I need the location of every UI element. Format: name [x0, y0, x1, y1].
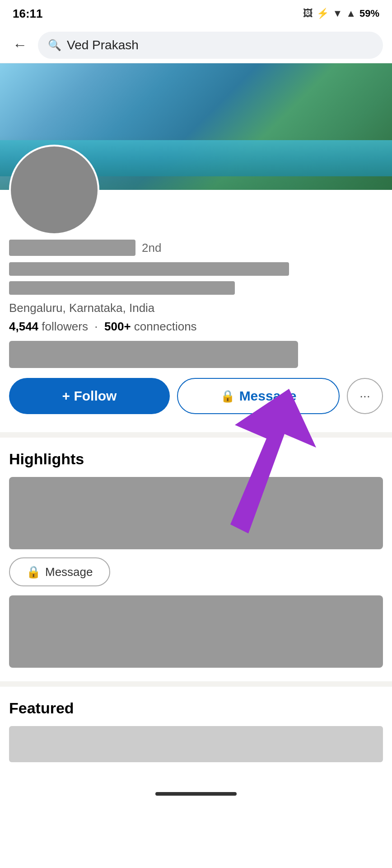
- featured-post-placeholder: [9, 726, 383, 762]
- message-lock-icon: 🔒: [220, 389, 235, 403]
- search-icon: 🔍: [48, 39, 61, 52]
- battery-indicator: 59%: [359, 8, 379, 19]
- message-small-button[interactable]: 🔒 Message: [9, 557, 110, 586]
- photo-icon: 🖼: [303, 8, 313, 19]
- message-button-label: Message: [239, 388, 297, 404]
- highlights-section: Highlights 🔒 Message: [0, 438, 392, 681]
- bluetooth-icon: ⚡: [317, 8, 329, 19]
- connections-label: connections: [134, 320, 197, 333]
- bottom-nav: [0, 780, 392, 807]
- name-placeholder: [9, 240, 135, 256]
- avatar: [9, 145, 99, 235]
- search-input-wrapper[interactable]: 🔍 Ved Prakash: [38, 32, 383, 59]
- followers-count: 4,544: [9, 320, 38, 333]
- section-divider-1: [0, 432, 392, 438]
- headline-placeholder-1: [9, 262, 289, 276]
- status-icons: 🖼 ⚡ ▼ ▲ 59%: [303, 8, 379, 19]
- follow-button[interactable]: + Follow: [9, 378, 170, 414]
- highlights-title: Highlights: [9, 450, 383, 468]
- profile-section: 2nd Bengaluru, Karnataka, India 4,544 fo…: [0, 190, 392, 432]
- highlight-card-2: [9, 595, 383, 668]
- highlight-card-1: [9, 477, 383, 549]
- avatar-container: [9, 145, 99, 235]
- location: Bengaluru, Karnataka, India: [9, 301, 383, 315]
- search-bar: ← 🔍 Ved Prakash: [0, 27, 392, 63]
- name-row: 2nd: [9, 240, 383, 256]
- more-options-button[interactable]: ···: [347, 378, 383, 414]
- home-indicator: [155, 792, 237, 796]
- search-query: Ved Prakash: [67, 38, 139, 52]
- featured-section: Featured: [0, 687, 392, 771]
- message-button[interactable]: 🔒 Message: [177, 378, 340, 414]
- status-time: 16:11: [13, 7, 43, 21]
- section-divider-2: [0, 681, 392, 687]
- followers-info: 4,544 followers · 500+ connections: [9, 320, 383, 334]
- followers-label: followers: [42, 320, 88, 333]
- wifi-icon: ▼: [332, 8, 342, 19]
- open-to-placeholder: [9, 341, 298, 368]
- action-buttons: + Follow 🔒 Message ···: [0, 378, 392, 423]
- connections-count: 500+: [104, 320, 131, 333]
- headline-placeholder-2: [9, 281, 235, 295]
- message-small-lock-icon: 🔒: [26, 565, 41, 579]
- signal-icon: ▲: [346, 8, 356, 19]
- connection-badge: 2nd: [142, 241, 161, 255]
- status-bar: 16:11 🖼 ⚡ ▼ ▲ 59%: [0, 0, 392, 27]
- back-button[interactable]: ←: [9, 33, 31, 57]
- featured-title: Featured: [9, 699, 383, 717]
- message-small-label: Message: [45, 565, 93, 579]
